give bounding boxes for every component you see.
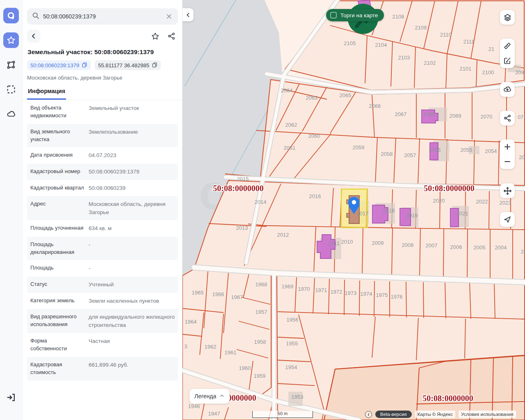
info-row-value: для индивидуального жилищного строительс… [84,313,175,329]
parcel-number-label: 1966 [212,291,224,297]
info-row: Площадь- [27,260,178,276]
parcel-number-label: 2022 [476,199,488,205]
info-row-value: Земельный участок [84,104,175,112]
parcel-number-label: 1947 [208,411,220,417]
upload-button[interactable] [500,82,515,97]
parcel-number-label: 1968 [256,281,267,288]
info-row-label: Вид объекта недвижимости [30,104,84,120]
map-share-button[interactable] [500,111,515,126]
cadastral-map[interactable]: ot [183,0,525,420]
parcel-number-label: 2108 [393,14,404,20]
parcel-number-label: 2111 [463,39,475,45]
parcel-number-label: 2067 [395,111,407,117]
maps-copyright[interactable]: Карты © Яндекс [415,411,455,418]
parcel-number-label: 2057 [404,152,416,158]
parcel-number-label: 1962 [205,344,217,350]
parcel-number-label: 2104 [375,42,387,48]
copy-icon[interactable] [82,62,87,69]
app-logo[interactable] [3,8,19,23]
info-row: АдресМосковская область, деревня Загорье [27,196,178,220]
ruler-button[interactable] [500,39,515,53]
select-area-button[interactable] [3,82,19,97]
info-row-label: Адрес [30,200,84,208]
info-row: Категория земельЗемли населенных пунктов [27,293,178,309]
layers-button[interactable] [500,10,515,25]
coordinates-chip[interactable]: 55.811177 36.482985 [95,60,161,70]
beta-badge: Beta-версия [375,411,412,418]
parcel-number-label: 2006 [450,244,462,250]
info-row-label: Категория земель [30,297,84,305]
collapse-panel-button[interactable] [183,8,194,21]
info-row: Вид земельного участкаЗемлепользование [27,124,178,148]
parcel-number-label: 2068 [423,111,435,117]
info-row-value: Землепользование [84,128,175,136]
parcel-number-label: 1957 [256,309,267,315]
parcel-number-label: 2110 [440,32,452,38]
parcel-number-label: 1970 [298,286,310,292]
search-bar[interactable] [27,8,178,25]
parcel-number-label: 2065 [340,92,352,98]
info-row-label: Вид земельного участка [30,128,84,144]
legend-label: Легенда [194,393,216,399]
parcel-number-label: 1956 [287,317,299,323]
parcel-number-label: 2059 [353,144,365,151]
polygon-tool-button[interactable] [3,57,19,73]
parcel-number-label: 2063 [306,95,318,101]
copy-icon[interactable] [152,62,158,69]
info-row-value: - [84,264,175,272]
edit-button[interactable] [500,53,515,68]
info-row-label: Площадь [30,264,84,272]
parcel-number-label: 2018 [383,208,395,214]
info-icon[interactable]: i [365,411,372,418]
pan-button[interactable] [500,183,515,198]
locate-button[interactable] [500,212,515,227]
parcel-number-label: 2058 [381,151,393,157]
page-title: Земельный участок: 50:08:0060239:1379 [27,48,178,56]
parcel-number-label: 1971 [315,287,327,293]
cadastral-quarter-label: 50:08:0000000 [424,184,474,193]
parcel-number-label: 1974 [361,291,372,297]
info-row-value: Учтенный [84,281,175,289]
zoom-out-button[interactable] [500,154,515,169]
search-input[interactable] [43,13,165,20]
login-button[interactable] [3,390,19,405]
parcel-number-label: 2010 [341,239,353,245]
clear-search-icon[interactable] [165,12,173,21]
info-row-value: Земли населенных пунктов [84,297,175,305]
info-row: Площадь декларированная- [27,237,178,260]
map-viewport[interactable]: ot [183,0,525,420]
parcel-number-label: 2012 [277,232,289,238]
parcel-number-label: 1955 [286,340,298,347]
parcel-number-label: 2105 [344,40,356,46]
cadastral-number-chip[interactable]: 50:08:0060239:1379 [27,60,91,70]
parcel-number-label: 2055 [461,147,472,153]
parcel-number-label: 205 [519,154,525,160]
terms-link[interactable]: Условия использования [459,411,516,418]
parcel-number-label: 2008 [402,242,414,248]
parcel-number-label: 20 [521,249,525,255]
info-row: Кадастровый номер50:08:0060239:1379 [27,164,178,180]
parcel-number-label: 1960 [239,365,251,371]
favorite-button[interactable] [148,30,162,43]
parcel-number-label: 1972 [331,289,342,295]
parcel-number-label: 2016 [309,193,321,199]
zoom-in-button[interactable] [500,139,515,154]
cloud-button[interactable] [3,106,19,122]
info-row-label: Вид разрешенного использования [30,313,84,329]
address-text: Московская область, деревня Загорье [27,75,178,81]
parcel-number-label: 2017 [357,210,369,217]
auction-toggle-checkbox[interactable] [330,12,337,18]
parcel-number-label: 2020 [433,198,445,204]
share-button[interactable] [165,30,178,43]
details-panel: Земельный участок: 50:08:0060239:1379 50… [23,0,183,420]
back-button[interactable] [27,30,40,43]
parcel-number-label: 2009 [372,240,384,246]
parcel-number-label: 2109 [415,25,427,31]
tab-information[interactable]: Информация [27,88,66,100]
favorites-nav-button[interactable] [3,32,19,48]
auction-toggle[interactable]: Торги на карте [326,9,384,21]
parcel-number-label: 2015 [237,176,249,182]
cadastral-quarter-label: 50:08:0000000 [213,184,263,193]
legend-button[interactable]: Легенда [189,389,229,404]
info-row: Дата присвоения04.07.2023 [27,147,178,164]
